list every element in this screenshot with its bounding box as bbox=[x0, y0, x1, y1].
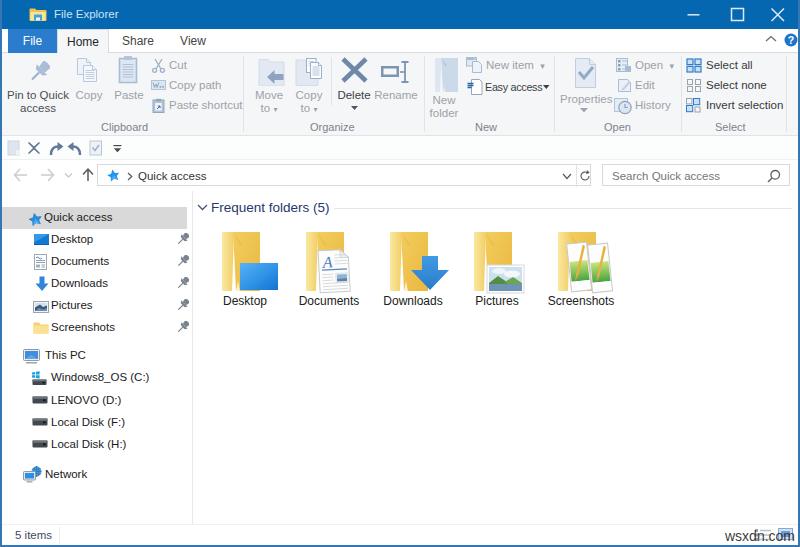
svg-text:?: ? bbox=[788, 34, 794, 46]
svg-text:A: A bbox=[321, 253, 333, 271]
